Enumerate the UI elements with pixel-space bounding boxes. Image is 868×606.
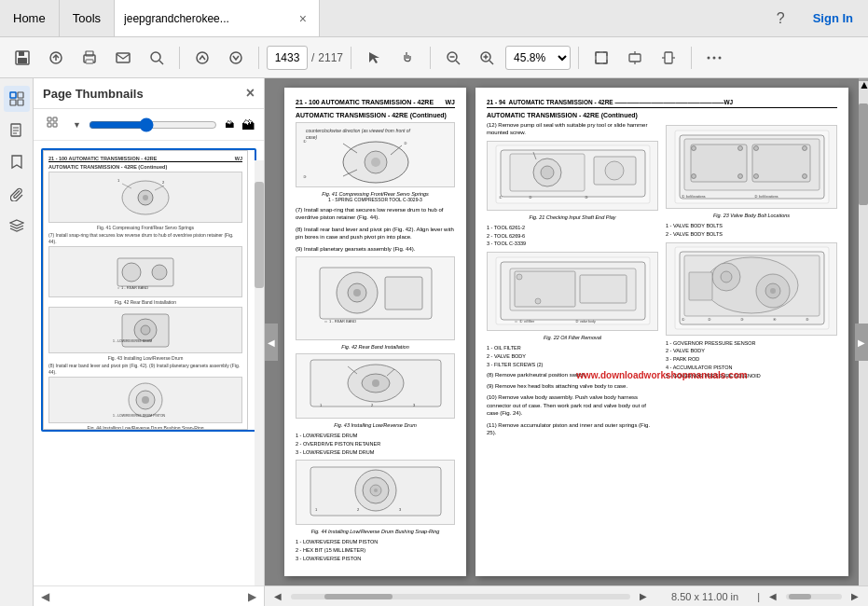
- right-intro-text: (12) Remove pump oil seal with suitable …: [487, 121, 658, 137]
- hand-tool-button[interactable]: [393, 43, 422, 73]
- pdf-scroll-area[interactable]: 21 - 100 AUTOMATIC TRANSMISSION - 42RE W…: [265, 78, 868, 585]
- left-diagram-4: 1 2 3: [296, 460, 455, 525]
- svg-text:1 - REAR BAND: 1 - REAR BAND: [329, 319, 356, 324]
- toolbar-separator-5: [578, 47, 579, 69]
- zoom-select[interactable]: 45.8% 50% 75% 100% 125% 150% 200%: [505, 46, 571, 70]
- svg-line-19: [489, 61, 493, 64]
- sidebar-attachment-icon[interactable]: [4, 181, 30, 207]
- sidebar-thumbnail-icon[interactable]: [4, 86, 30, 112]
- page-number-input[interactable]: 1433: [267, 46, 308, 70]
- panel-close-button[interactable]: ×: [246, 86, 255, 101]
- page-size-label: 8.50 x 11.00 in: [671, 591, 738, 602]
- svg-text:2: 2: [162, 180, 165, 185]
- bottom-scroll-left[interactable]: ◀: [769, 591, 777, 601]
- bottom-scroll-track[interactable]: [786, 594, 842, 599]
- right-page-header: 21 - 94 AUTOMATIC TRANSMISSION - 42RE ——…: [487, 99, 837, 108]
- thumbnail-page-item[interactable]: 21 - 100 AUTOMATIC TRANSMISSION - 42RE W…: [41, 148, 256, 432]
- right-diagram-22: ① oil filter ② valve body: [487, 252, 658, 331]
- more-button[interactable]: [699, 43, 729, 73]
- tab-close-button[interactable]: ×: [296, 11, 310, 26]
- sidebar-layers-icon[interactable]: [4, 213, 30, 239]
- thumb-size-small-button[interactable]: [43, 115, 65, 134]
- bottom-scroll-right[interactable]: ▶: [851, 591, 859, 601]
- fit-page-button[interactable]: [586, 43, 616, 73]
- status-scroll-right[interactable]: ▶: [640, 591, 647, 601]
- thumb-size-slider[interactable]: [89, 117, 217, 132]
- right-step-10: (10) Remove valve body assembly. Push va…: [487, 393, 658, 417]
- svg-text:① bolt locations: ① bolt locations: [682, 195, 706, 199]
- sidebar-pages-icon[interactable]: [4, 117, 30, 144]
- status-scroll-track[interactable]: [291, 594, 630, 599]
- svg-point-77: [353, 289, 361, 296]
- right-diagram-21: ① ② ③: [487, 141, 658, 211]
- svg-text:④: ④: [773, 318, 777, 322]
- scroll-up-button[interactable]: [187, 43, 217, 73]
- svg-rect-1: [19, 51, 24, 56]
- left-diagram-1: counterclockwise direction (as viewed fr…: [296, 122, 455, 187]
- svg-point-45: [143, 195, 148, 200]
- zoom-in-button[interactable]: [472, 43, 502, 73]
- pdf-viewer-area: ◀ 21 - 100 AUTOMATIC TRANSMISSION - 42RE…: [265, 78, 868, 606]
- status-bar: ◀ ▶ 8.50 x 11.00 in | ◀ ▶: [265, 585, 868, 606]
- left-label-list: 1 - LOW/REVERSE DRUM 2 - OVERDRIVE PISTO…: [296, 432, 455, 456]
- svg-point-131: [802, 173, 806, 178]
- thumbnail-scroll-area[interactable]: 21 - 100 AUTOMATIC TRANSMISSION - 42RE W…: [34, 141, 264, 585]
- thumb-scroll-right[interactable]: ▶: [248, 590, 256, 603]
- fit-height-button[interactable]: [654, 43, 683, 73]
- svg-text:①: ①: [303, 139, 307, 144]
- left-caption-2: Fig. 42 Rear Band Installation: [296, 344, 455, 350]
- svg-point-130: [753, 173, 758, 178]
- fit-width-button[interactable]: [620, 43, 650, 73]
- thumbnail-image: 21 - 100 AUTOMATIC TRANSMISSION - 42RE W…: [43, 150, 248, 430]
- zoom-out-button[interactable]: [438, 43, 468, 73]
- svg-line-15: [456, 61, 460, 64]
- browser-tab-label: jeepgrandcherokee...: [124, 12, 291, 25]
- svg-rect-41: [48, 123, 51, 127]
- thumbnail-scroll-thumb: [255, 182, 264, 288]
- left-text-block-1: (7) Install snap-ring that secures low r…: [296, 206, 455, 222]
- sidebar-bookmark-icon[interactable]: [4, 149, 30, 175]
- svg-rect-2: [18, 58, 27, 63]
- right-fig22-labels: 1 - OIL FILTER 2 - VALVE BODY 3 - FILTER…: [487, 344, 658, 368]
- right-step-11: (11) Remove accumulator piston and inner…: [487, 421, 658, 437]
- print-button[interactable]: [75, 43, 104, 73]
- browser-tab[interactable]: jeepgrandcherokee... ×: [115, 0, 320, 36]
- left-diagram-3: 1 2 3: [296, 353, 455, 419]
- svg-point-128: [753, 145, 758, 150]
- svg-point-10: [197, 52, 208, 63]
- svg-point-27: [708, 56, 710, 59]
- svg-rect-123: [752, 145, 810, 182]
- scroll-up-arrow[interactable]: ▲: [859, 78, 868, 81]
- right-collapse-button[interactable]: ▶: [855, 324, 868, 361]
- thumb-scroll-left[interactable]: ◀: [41, 590, 49, 603]
- right-fig21-labels: 1 - TOOL 6261-2 2 - TOOL 6269-6 3 - TOOL…: [487, 224, 658, 248]
- tools-tab[interactable]: Tools: [60, 0, 115, 36]
- search-button[interactable]: [142, 43, 172, 73]
- svg-point-8: [151, 52, 160, 62]
- cursor-tool-button[interactable]: [359, 43, 389, 73]
- svg-point-61: [142, 396, 149, 404]
- scroll-down-button[interactable]: [221, 43, 251, 73]
- right-fig24-labels: 1 - GOVERNOR PRESSURE SENSOR 2 - VALVE B…: [666, 339, 837, 380]
- page-total: 2117: [318, 51, 343, 64]
- save-button[interactable]: [7, 43, 37, 73]
- upload-button[interactable]: [41, 43, 71, 73]
- thumbnail-scrollbar[interactable]: [255, 160, 264, 585]
- right-diagram-24: ① ② ③ ④ ⑤: [666, 242, 837, 336]
- thumb-dropdown-arrow: ▼: [73, 120, 81, 130]
- panel-collapse-button[interactable]: ◀: [265, 324, 278, 361]
- svg-rect-112: [515, 271, 575, 307]
- help-button[interactable]: ?: [764, 10, 798, 27]
- svg-text:②: ②: [708, 318, 711, 322]
- svg-point-28: [713, 56, 716, 59]
- signin-button[interactable]: Sign In: [798, 11, 868, 25]
- left-header-right: WJ: [446, 99, 456, 105]
- home-tab[interactable]: Home: [0, 0, 60, 36]
- right-step-8: (8) Remove park/neutral position switch.: [487, 371, 658, 379]
- svg-rect-7: [117, 53, 130, 62]
- svg-marker-38: [10, 220, 23, 226]
- mail-button[interactable]: [108, 43, 138, 73]
- svg-text:② bolt locations: ② bolt locations: [754, 195, 778, 199]
- status-scroll-left[interactable]: ◀: [274, 591, 282, 601]
- svg-point-102: [541, 166, 554, 179]
